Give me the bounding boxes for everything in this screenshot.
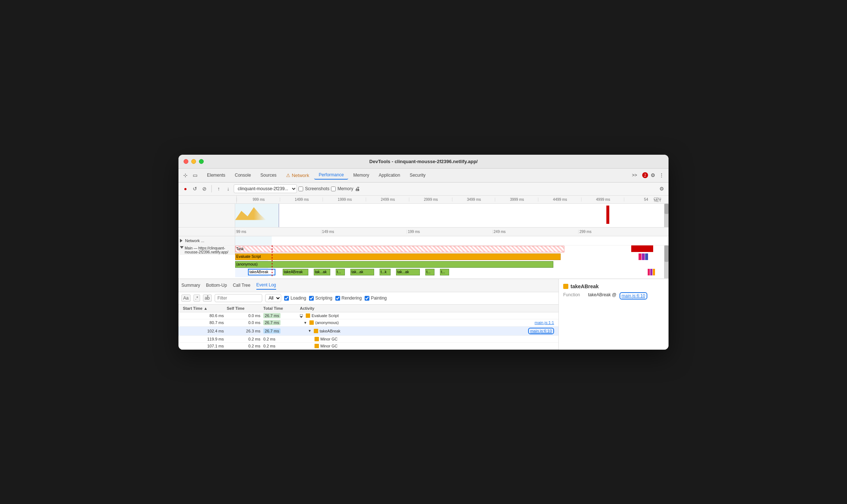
capture-settings-icon[interactable]: ⚙: [658, 185, 666, 193]
evaluate-bar[interactable]: Evaluate Script: [235, 253, 561, 260]
scrollbar-thumb[interactable]: [665, 204, 669, 214]
task-red-end: [631, 245, 653, 252]
take-bar-9[interactable]: t...: [440, 269, 449, 275]
maximize-button[interactable]: [199, 159, 204, 164]
url-select[interactable]: clinquant-mousse-2f239...: [234, 184, 297, 193]
take-bar-5[interactable]: tak...ak: [350, 269, 374, 275]
ruler-mark: 3999 ms: [495, 198, 538, 202]
right-panel: takeABreak Function takeABreak @ main.js…: [559, 279, 669, 350]
activity-link[interactable]: main.js:1:1: [535, 320, 554, 325]
evaluate-end-bars: [639, 253, 655, 260]
take-bar-2[interactable]: takeABreak: [283, 269, 308, 275]
cell-self-time: 0.2 ms: [225, 344, 262, 348]
devtools-window: DevTools - clinquant-mousse-2f2396.netli…: [178, 155, 669, 350]
scripting-checkbox[interactable]: [309, 296, 314, 301]
tab-summary[interactable]: Summary: [181, 281, 200, 289]
task-bar[interactable]: Task: [235, 246, 564, 252]
inspect-icon[interactable]: ⊹: [181, 171, 189, 179]
take-bar-7[interactable]: tak...ak: [396, 269, 420, 275]
activity-label: Minor GC: [320, 337, 338, 341]
main-scrollbar-thumb[interactable]: [665, 245, 669, 262]
row-expand-icon[interactable]: ▾: [304, 320, 306, 325]
activity-label: Minor GC: [320, 344, 338, 348]
total-time-value: 26.7 ms: [263, 313, 281, 318]
table-row-selected[interactable]: 102.4 ms 26.3 ms 26.7 ms ▾ takeABreak ma…: [178, 327, 558, 336]
more-options-icon[interactable]: ⋮: [658, 171, 666, 179]
filter-input[interactable]: [215, 294, 262, 302]
tab-event-log[interactable]: Event Log: [256, 281, 276, 290]
take-selected-bar[interactable]: takeABreak: [248, 269, 275, 275]
upload-button[interactable]: ↑: [215, 185, 223, 193]
header-total-time[interactable]: Total Time: [262, 306, 298, 311]
tab-console[interactable]: Console: [230, 171, 255, 179]
total-time-value: 0.2 ms: [263, 337, 275, 341]
ruler-bottom-left: [178, 227, 235, 236]
download-button[interactable]: ↓: [224, 185, 232, 193]
refresh-button[interactable]: ↺: [191, 185, 199, 193]
record-button[interactable]: ●: [181, 185, 189, 193]
function-link[interactable]: main.js:6:10: [620, 292, 648, 300]
take-bar-8[interactable]: t...: [425, 269, 434, 275]
loading-checkbox-group: Loading: [284, 296, 306, 301]
tab-elements[interactable]: Elements: [203, 171, 230, 179]
network-expand-icon[interactable]: [180, 239, 182, 242]
tab-call-tree[interactable]: Call Tree: [233, 281, 251, 289]
table-row[interactable]: 107.1 ms 0.2 ms 0.2 ms Minor GC: [178, 343, 558, 350]
take-bar-3[interactable]: tak...ak: [314, 269, 330, 275]
tab-security[interactable]: Security: [405, 171, 430, 179]
table-row[interactable]: 119.9 ms 0.2 ms 0.2 ms Minor GC: [178, 336, 558, 343]
activity-link[interactable]: main.js:6:10: [528, 328, 554, 334]
function-value: takeABreak @: [588, 292, 617, 300]
evaluate-bar-row: Evaluate Script: [235, 253, 664, 260]
header-self-time[interactable]: Self Time: [225, 306, 262, 311]
right-panel-function-row: Function takeABreak @ main.js:6:10: [563, 292, 664, 300]
network-track-label: Network ...: [178, 236, 235, 245]
rendering-checkbox-group: Rendering: [335, 296, 362, 301]
header-activity[interactable]: Activity: [298, 306, 556, 311]
row-expand-icon[interactable]: ▾: [300, 314, 303, 317]
header-start-time[interactable]: Start Time ▲: [181, 306, 225, 311]
task-label: Task: [236, 247, 244, 251]
cell-total-time: 0.2 ms: [262, 337, 298, 341]
cell-total-time: 26.7 ms: [262, 313, 298, 318]
devtools-nav: ⊹ ▭ Elements Console Sources ⚠ Network P…: [178, 169, 669, 183]
aa-button[interactable]: Aa: [181, 294, 191, 302]
table-row[interactable]: 80.7 ms 0.0 ms 26.7 ms ▾ (anonymous) mai…: [178, 319, 558, 327]
row-expand-icon[interactable]: ▾: [309, 328, 311, 333]
device-icon[interactable]: ▭: [191, 171, 199, 179]
painting-checkbox[interactable]: [365, 296, 369, 301]
memory-checkbox[interactable]: [331, 187, 336, 191]
ruler-mark: 1499 ms: [280, 198, 323, 202]
take-bar-4[interactable]: t...: [336, 269, 345, 275]
loading-checkbox[interactable]: [284, 296, 289, 301]
main-expand-icon[interactable]: [180, 246, 184, 251]
close-button[interactable]: [184, 159, 188, 164]
main-scrollbar[interactable]: [664, 245, 669, 278]
more-tabs[interactable]: >>: [628, 171, 641, 179]
tab-bottom-up[interactable]: Bottom-Up: [206, 281, 227, 289]
tab-network[interactable]: ⚠ Network: [282, 171, 313, 180]
activity-icon: [315, 344, 319, 348]
rendering-checkbox[interactable]: [335, 296, 340, 301]
take-bars-row: takeABreak takeABreak tak...ak t... tak.…: [235, 268, 664, 277]
case-button[interactable]: ab̄: [203, 294, 212, 302]
settings-icon[interactable]: ⚙: [649, 171, 657, 179]
take-bar-6[interactable]: t...k: [380, 269, 391, 275]
minimize-button[interactable]: [191, 159, 196, 164]
scripting-label: Scripting: [315, 296, 332, 301]
tab-performance[interactable]: Performance: [314, 171, 348, 180]
tab-memory[interactable]: Memory: [349, 171, 373, 179]
stop-button[interactable]: ⊘: [200, 185, 208, 193]
screenshots-checkbox[interactable]: [298, 187, 303, 191]
filter-select[interactable]: All: [265, 294, 281, 302]
tab-application[interactable]: Application: [374, 171, 404, 179]
regex-button[interactable]: .*: [193, 294, 200, 302]
cell-activity: Minor GC: [298, 344, 556, 348]
main-thread-content: Task Evaluate Script: [235, 245, 664, 277]
activity-label: Evaluate Script: [312, 313, 339, 318]
timeline-scrollbar[interactable]: [664, 204, 669, 227]
left-panel: Summary Bottom-Up Call Tree Event Log Aa…: [178, 279, 559, 350]
table-row[interactable]: 80.6 ms 0.0 ms 26.7 ms ▾ Evaluate Script: [178, 312, 558, 319]
tab-sources[interactable]: Sources: [256, 171, 281, 179]
anon-bar[interactable]: (anonymous): [235, 261, 553, 268]
